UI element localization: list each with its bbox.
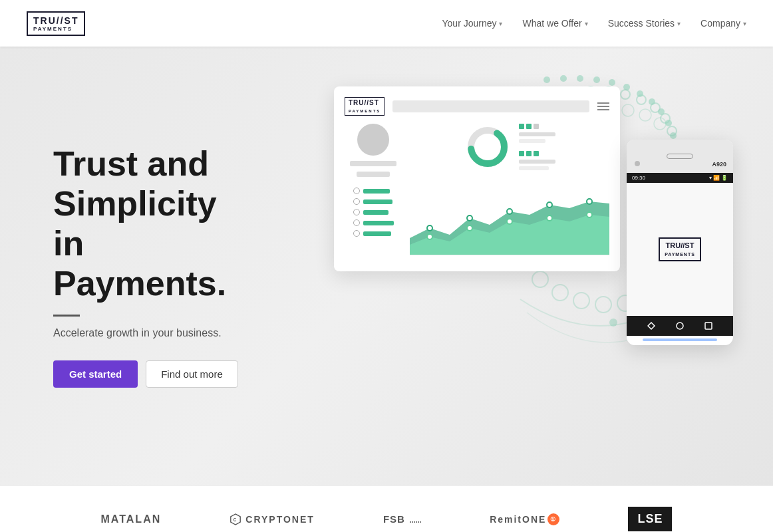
hero-buttons: Get started Find out more <box>53 360 239 388</box>
chevron-down-icon: ▾ <box>585 20 588 27</box>
name-bar <box>350 161 396 166</box>
area-chart <box>410 178 609 261</box>
phone-nav-home-icon <box>676 322 684 330</box>
svg-point-10 <box>665 120 672 126</box>
svg-point-54 <box>587 212 592 217</box>
hero-divider <box>53 315 80 317</box>
get-started-button[interactable]: Get started <box>53 360 138 388</box>
hero-subtitle: Accelerate growth in your business. <box>53 327 239 339</box>
dashboard-menu-icon <box>597 102 609 110</box>
chevron-down-icon: ▾ <box>677 20 681 27</box>
fsb-dots <box>410 521 421 523</box>
svg-point-51 <box>467 225 472 231</box>
logo-lse: LSE <box>628 507 672 531</box>
svg-point-46 <box>467 215 472 221</box>
svg-point-50 <box>427 234 432 239</box>
brand-logo[interactable]: TRU//ST PAYMENTS <box>27 11 85 36</box>
phone-mockup: A920 09:30 ▾ 📶 🔋 TRU//STPAYMENTS <box>627 140 733 345</box>
svg-point-2 <box>560 75 567 82</box>
svg-point-45 <box>427 225 432 231</box>
chevron-down-icon: ▾ <box>499 20 502 27</box>
chevron-down-icon: ▾ <box>743 20 746 27</box>
svg-point-43 <box>478 138 497 156</box>
svg-point-1 <box>543 76 550 83</box>
phone-speaker <box>667 154 693 159</box>
svg-point-48 <box>547 202 552 207</box>
dashboard-mockup: TRU//STPAYMENTS <box>334 86 620 271</box>
hero-section: Trust and Simplicity in Payments. Accele… <box>0 47 773 485</box>
phone-logo: TRU//STPAYMENTS <box>659 237 701 261</box>
nav-item-company[interactable]: Company ▾ <box>700 18 746 29</box>
phone-time: 09:30 <box>632 175 645 181</box>
logo-remitone: RemitONE ① <box>490 513 559 525</box>
svg-text:C: C <box>233 517 237 521</box>
svg-rect-57 <box>705 323 712 329</box>
svg-point-47 <box>507 209 512 214</box>
cryptonet-hex-icon: C <box>230 513 241 525</box>
remitone-circle-icon: ① <box>547 513 559 525</box>
svg-point-4 <box>593 76 600 83</box>
phone-camera <box>635 161 640 166</box>
phone-nav-recents-icon <box>704 322 712 330</box>
hero-content: Trust and Simplicity in Payments. Accele… <box>0 144 293 387</box>
navbar: TRU//ST PAYMENTS Your Journey ▾ What we … <box>0 0 773 47</box>
logo-fsb: FSB <box>383 513 421 525</box>
nav-item-success[interactable]: Success Stories ▾ <box>608 18 681 29</box>
phone-nav-back-icon <box>647 322 655 330</box>
svg-point-9 <box>658 108 665 115</box>
svg-point-53 <box>547 215 552 221</box>
hero-visuals: TRU//STPAYMENTS <box>334 86 653 446</box>
svg-point-5 <box>609 79 615 86</box>
name-bar2 <box>357 172 390 177</box>
phone-model-label: A920 <box>712 161 726 168</box>
svg-point-3 <box>577 75 583 82</box>
logo-payments: PAYMENTS <box>33 26 78 32</box>
donut-chart <box>464 124 511 170</box>
svg-point-28 <box>654 118 666 130</box>
svg-point-56 <box>677 323 683 329</box>
dashboard-logo: TRU//STPAYMENTS <box>345 97 385 116</box>
partner-logos: MATALAN C CRYPTONET FSB RemitONE ① LSE <box>0 485 773 532</box>
find-out-more-button[interactable]: Find out more <box>146 360 238 388</box>
svg-point-49 <box>587 199 592 204</box>
logo-cryptonet: C CRYPTONET <box>230 513 315 525</box>
nav-item-journey[interactable]: Your Journey ▾ <box>442 18 503 29</box>
phone-icons: ▾ 📶 🔋 <box>709 175 728 181</box>
phone-top: A920 <box>627 140 733 173</box>
svg-point-11 <box>670 132 677 139</box>
dashboard-avatar <box>357 124 389 156</box>
phone-nav-bar <box>627 316 733 336</box>
svg-point-22 <box>667 126 677 136</box>
logo-text: TRU//ST <box>33 15 78 26</box>
nav-item-offer[interactable]: What we Offer ▾ <box>522 18 587 29</box>
phone-status-bar: 09:30 ▾ 📶 🔋 <box>627 173 733 183</box>
nav-menu: Your Journey ▾ What we Offer ▾ Success S… <box>442 18 747 29</box>
phone-body: TRU//STPAYMENTS <box>627 183 733 316</box>
hero-title: Trust and Simplicity in Payments. <box>53 144 239 303</box>
logo-matalan: MATALAN <box>101 513 162 525</box>
remitone-text: RemitONE <box>490 514 546 525</box>
checklist <box>353 188 394 237</box>
svg-marker-55 <box>648 323 655 329</box>
svg-point-21 <box>661 114 670 123</box>
dashboard-search-bar <box>392 100 589 112</box>
svg-point-52 <box>507 219 512 224</box>
